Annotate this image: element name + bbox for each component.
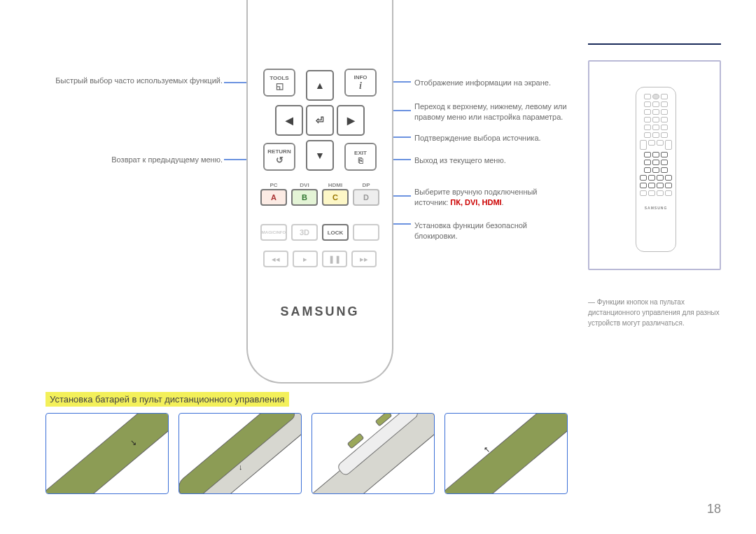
page-number: 18	[707, 502, 721, 517]
play-button: ▸	[293, 251, 318, 267]
sidebar-remote-box: SAMSUNG	[588, 60, 721, 270]
battery-heading: Установка батарей в пульт дистанционного…	[46, 392, 289, 407]
desc-navigate: Переход к верхнему, нижнему, левому или …	[414, 101, 568, 123]
desc-lock: Установка функции безопасной блокировки.	[414, 220, 568, 242]
enter-button: ⏎	[306, 105, 334, 136]
source-a-button: PC A	[260, 189, 287, 206]
magicinfo-button: MAGICINFO	[260, 224, 287, 241]
desc-source: Выберите вручную подключенный источник: …	[414, 187, 568, 209]
battery-panels: ↘ ↓ ↖	[46, 413, 568, 494]
source-c-button: HDMI C	[322, 189, 349, 206]
arrow-down-button: ▼	[306, 140, 334, 171]
return-button: RETURN ↺	[263, 143, 295, 171]
header-rule	[588, 43, 721, 45]
arrow-left-button: ◀	[275, 105, 303, 136]
desc-info: Отображение информации на экране.	[414, 78, 568, 88]
3d-button: 3D	[291, 224, 318, 241]
source-d-button: DP D	[353, 189, 379, 206]
exit-button: EXIT ⎘	[344, 143, 377, 171]
battery-step-3	[312, 413, 435, 494]
rewind-button: ◂◂	[263, 251, 288, 267]
desc-tools: Быстрый выбор часто используемых функций…	[55, 76, 223, 86]
blank-button	[353, 224, 379, 241]
arrow-right-button: ▶	[337, 105, 365, 136]
lock-button: LOCK	[322, 224, 349, 241]
battery-step-2: ↓	[178, 413, 302, 494]
source-b-button: DVI B	[291, 189, 318, 206]
desc-exit: Выход из текущего меню.	[414, 155, 568, 166]
sidebar-note: ― Функции кнопок на пультах дистанционно…	[588, 297, 721, 328]
forward-button: ▸▸	[351, 251, 377, 267]
arrow-up-button: ▲	[306, 70, 334, 101]
desc-enter: Подтверждение выбора источника.	[414, 133, 568, 143]
remote-illustration: TOOLS ◱ INFO i ▲ ◀ ⏎ ▶ ▼ RETURN ↺ EXIT ⎘	[246, 0, 393, 384]
desc-return: Возврат к предыдущему меню.	[55, 155, 223, 165]
pause-button: ❚❚	[322, 251, 347, 267]
battery-step-1: ↘	[46, 413, 169, 494]
mini-remote: SAMSUNG	[636, 87, 676, 252]
battery-step-4: ↖	[444, 413, 568, 494]
brand-logo: SAMSUNG	[248, 304, 392, 319]
